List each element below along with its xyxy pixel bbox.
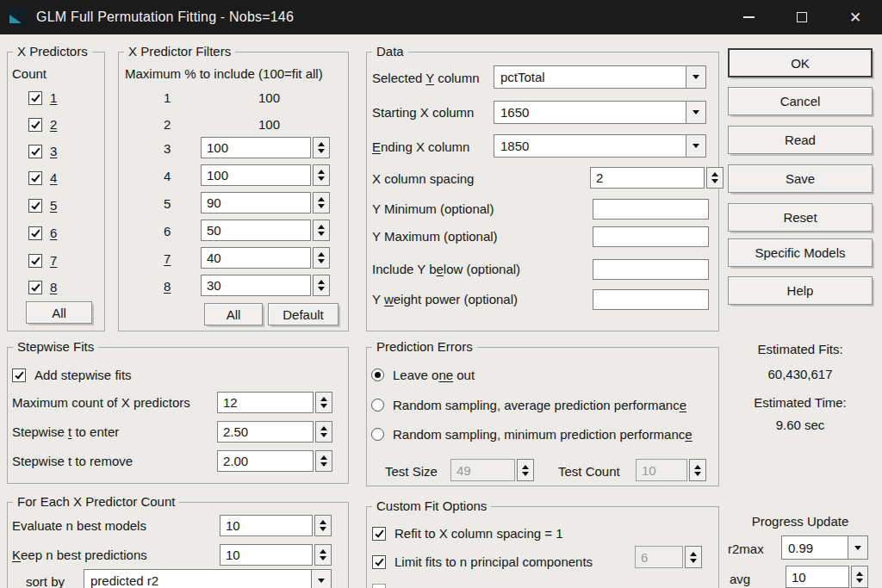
x-spacing-spin-buttons[interactable]	[706, 167, 724, 189]
minimize-button[interactable]	[722, 0, 775, 34]
avg-input[interactable]	[786, 566, 849, 588]
x-predictor-1-checkbox[interactable]	[28, 91, 42, 105]
filter-4-spin-buttons[interactable]	[313, 164, 330, 186]
refit-checkbox[interactable]	[372, 527, 386, 541]
random-avg-radio[interactable]	[371, 399, 384, 412]
ok-button[interactable]: OK	[728, 48, 873, 77]
y-max-label: Y Maximum (optional)	[372, 228, 498, 245]
add-stepwise-checkbox[interactable]	[12, 368, 26, 382]
evaluate-spinner	[220, 515, 332, 536]
filters-default-button[interactable]: Default	[268, 303, 339, 325]
reset-button[interactable]: Reset	[728, 203, 873, 232]
r2max-value: 0.99	[782, 541, 848, 555]
max-count-spin-buttons[interactable]	[315, 392, 332, 413]
leave-one-out-radio[interactable]	[371, 368, 384, 381]
keep-spin-buttons[interactable]	[314, 544, 332, 566]
filter-3-input[interactable]	[201, 137, 311, 158]
close-button[interactable]: ✕	[829, 0, 882, 34]
include-y-below-input[interactable]	[593, 259, 709, 280]
dropdown-arrow-icon	[318, 579, 325, 583]
avg-spin-buttons[interactable]	[851, 566, 868, 588]
x-predictor-8-label: 8	[50, 279, 57, 296]
filter-4-spinner	[201, 164, 330, 186]
evaluate-spin-buttons[interactable]	[314, 515, 332, 536]
t-enter-input[interactable]	[217, 421, 314, 443]
ending-x-value: 1850	[494, 139, 686, 153]
filter-7-input[interactable]	[201, 247, 311, 269]
x-predictor-6-checkbox[interactable]	[28, 226, 42, 240]
filter-static-value: 100	[258, 117, 293, 132]
sort-by-combo[interactable]: predicted r2	[84, 569, 332, 588]
filter-3-spin-buttons[interactable]	[313, 137, 330, 158]
x-predictor-3-checkbox[interactable]	[28, 145, 42, 158]
r2max-combo[interactable]: 0.99	[781, 535, 868, 560]
help-button[interactable]: Help	[728, 276, 873, 305]
filters-all-button[interactable]: All	[204, 303, 263, 325]
clipped-checkbox[interactable]	[372, 584, 386, 588]
t-remove-input[interactable]	[217, 450, 314, 472]
ending-x-label: Ending X column	[372, 139, 469, 156]
filter-6-input[interactable]	[201, 220, 311, 241]
read-button[interactable]: Read	[728, 126, 873, 154]
evaluate-input[interactable]	[220, 515, 313, 536]
x-predictor-5-checkbox[interactable]	[28, 199, 42, 213]
t-enter-spin-buttons[interactable]	[315, 421, 332, 443]
y-weight-input[interactable]	[593, 289, 709, 310]
filter-3-spinner	[201, 137, 330, 158]
app-icon	[9, 9, 26, 26]
spin-down-icon	[522, 472, 529, 476]
save-button[interactable]: Save	[728, 164, 873, 193]
filter-8-input[interactable]	[201, 275, 311, 296]
y-min-input[interactable]	[593, 199, 709, 220]
x-predictor-8-checkbox[interactable]	[28, 281, 42, 294]
check-icon	[15, 370, 23, 380]
x-predictor-4-checkbox[interactable]	[28, 171, 42, 185]
dropdown-button[interactable]	[848, 536, 867, 559]
filter-6-spin-buttons[interactable]	[313, 220, 330, 241]
x-predictor-2-checkbox[interactable]	[28, 118, 42, 132]
x-predictor-6-label: 6	[50, 225, 57, 242]
spin-down-icon	[318, 176, 325, 181]
test-count-spin-buttons[interactable]	[689, 459, 706, 481]
pc-count-spin-buttons[interactable]	[685, 546, 702, 568]
sort-by-label: sort by	[26, 573, 65, 588]
filter-7-spin-buttons[interactable]	[313, 247, 330, 269]
dropdown-button[interactable]	[686, 135, 705, 157]
spin-up-icon	[318, 252, 325, 257]
dropdown-button[interactable]	[311, 570, 331, 588]
dropdown-arrow-icon	[693, 75, 699, 79]
keep-input[interactable]	[220, 544, 313, 566]
filter-5-spin-buttons[interactable]	[313, 192, 330, 214]
x-spacing-input[interactable]	[590, 167, 705, 189]
random-min-radio[interactable]	[371, 428, 384, 441]
minimize-icon	[743, 16, 755, 18]
spin-down-icon	[318, 204, 325, 208]
spin-up-icon	[320, 426, 327, 430]
check-icon	[31, 93, 40, 102]
filters-heading: Maximum % to include (100=fit all)	[125, 65, 323, 83]
include-y-below-label: Include Y below (optional)	[372, 261, 520, 278]
dropdown-button[interactable]	[686, 102, 705, 123]
max-count-label: Maximum count of X predictors	[12, 394, 190, 412]
selected-y-combo[interactable]: pctTotal	[494, 65, 706, 89]
group-title: Custom Fit Options	[372, 498, 491, 513]
y-max-input[interactable]	[593, 226, 709, 247]
ending-x-combo[interactable]: 1850	[494, 134, 706, 158]
filter-4-input[interactable]	[201, 164, 311, 186]
specific-models-button[interactable]: Specific Models	[728, 238, 873, 267]
cancel-button[interactable]: Cancel	[728, 87, 873, 115]
max-count-input[interactable]	[217, 392, 314, 413]
starting-x-combo[interactable]: 1650	[494, 101, 706, 124]
x-spacing-label: X column spacing	[372, 170, 474, 188]
x-predictors-all-button[interactable]: All	[26, 301, 92, 324]
x-predictor-7-checkbox[interactable]	[28, 254, 42, 268]
t-remove-spin-buttons[interactable]	[315, 450, 332, 472]
limit-pc-checkbox[interactable]	[372, 555, 386, 569]
filter-5-input[interactable]	[201, 192, 311, 214]
dropdown-button[interactable]	[686, 66, 705, 88]
test-size-spin-buttons[interactable]	[517, 459, 534, 481]
spin-up-icon	[856, 572, 863, 576]
filter-8-spin-buttons[interactable]	[313, 275, 330, 296]
maximize-button[interactable]	[775, 0, 829, 34]
spin-up-icon	[318, 197, 325, 201]
